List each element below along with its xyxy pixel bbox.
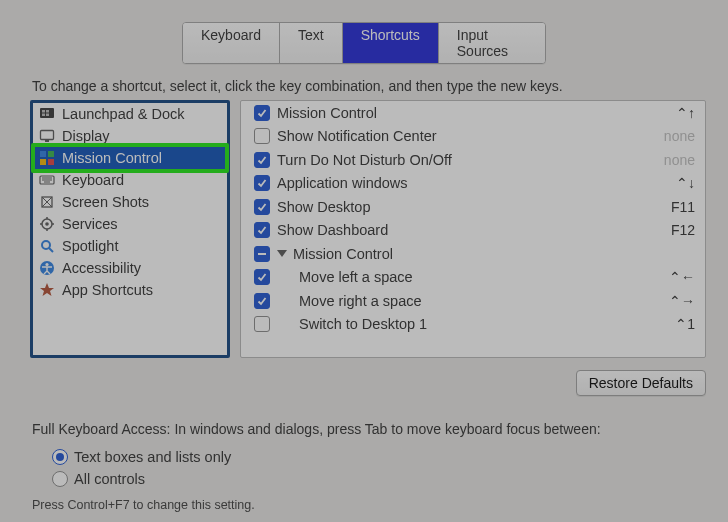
shortcut-row[interactable]: Mission Control⌃↑ (241, 101, 705, 125)
radio-text-boxes[interactable] (52, 449, 68, 465)
shortcut-checkbox[interactable] (247, 199, 277, 215)
shortcut-label-text: Move left a space (299, 269, 413, 285)
category-list[interactable]: Launchpad & DockDisplayMission ControlKe… (33, 103, 227, 355)
shortcut-checkbox[interactable] (247, 246, 277, 262)
shortcut-label: Show Desktop (277, 199, 625, 215)
category-item-display[interactable]: Display (33, 125, 227, 147)
shortcut-key[interactable]: ⌃↓ (625, 175, 695, 191)
shortcut-key[interactable]: ⌃← (625, 269, 695, 285)
category-item-label: Display (62, 128, 110, 144)
mission-control-icon (39, 150, 55, 166)
shortcut-checkbox[interactable] (247, 175, 277, 191)
shortcut-label-text: Move right a space (299, 293, 422, 309)
shortcuts-area: Launchpad & DockDisplayMission ControlKe… (30, 100, 706, 358)
shortcut-label-text: Mission Control (277, 105, 377, 121)
category-item-services[interactable]: Services (33, 213, 227, 235)
svg-rect-9 (40, 159, 46, 165)
shortcut-checkbox[interactable] (247, 105, 277, 121)
shortcut-key[interactable]: none (625, 152, 695, 168)
category-item-spotlight[interactable]: Spotlight (33, 235, 227, 257)
category-item-accessibility[interactable]: Accessibility (33, 257, 227, 279)
svg-rect-6 (45, 140, 49, 142)
radio-all-controls-row[interactable]: All controls (52, 468, 231, 490)
keyboard-icon (39, 172, 55, 188)
shortcut-row[interactable]: Show Notification Centernone (241, 125, 705, 149)
shortcut-checkbox[interactable] (247, 152, 277, 168)
shortcut-label-text: Show Desktop (277, 199, 371, 215)
svg-rect-8 (48, 151, 54, 157)
shortcut-key[interactable]: none (625, 128, 695, 144)
svg-rect-7 (40, 151, 46, 157)
shortcut-label: Move right a space (277, 293, 625, 309)
shortcut-key[interactable]: F11 (625, 199, 695, 215)
services-icon (39, 216, 55, 232)
svg-rect-2 (46, 110, 49, 113)
shortcut-key[interactable]: ⌃↑ (625, 105, 695, 121)
full-keyboard-access-label: Full Keyboard Access: In windows and dia… (32, 421, 601, 437)
category-item-launchpad[interactable]: Launchpad & Dock (33, 103, 227, 125)
tab-input-sources[interactable]: Input Sources (439, 23, 545, 63)
shortcut-row[interactable]: Turn Do Not Disturb On/Offnone (241, 148, 705, 172)
disclosure-triangle-icon[interactable] (277, 250, 287, 257)
category-item-label: Launchpad & Dock (62, 106, 185, 122)
tab-text[interactable]: Text (280, 23, 343, 63)
shortcut-key[interactable]: ⌃→ (625, 293, 695, 309)
radio-all-controls-label: All controls (74, 471, 145, 487)
shortcut-label-text: Mission Control (293, 246, 393, 262)
svg-line-25 (49, 248, 53, 252)
control-f7-hint: Press Control+F7 to change this setting. (32, 498, 255, 512)
spotlight-icon (39, 238, 55, 254)
shortcut-row[interactable]: Move right a space⌃→ (241, 289, 705, 313)
category-item-app-shortcuts[interactable]: App Shortcuts (33, 279, 227, 301)
shortcut-checkbox[interactable] (247, 269, 277, 285)
shortcut-row[interactable]: Show DashboardF12 (241, 219, 705, 243)
shortcut-checkbox[interactable] (247, 293, 277, 309)
svg-rect-10 (48, 159, 54, 165)
shortcut-label: Mission Control (277, 105, 625, 121)
keyboard-shortcuts-pane: Keyboard Text Shortcuts Input Sources To… (0, 0, 728, 522)
tab-shortcuts[interactable]: Shortcuts (343, 23, 439, 63)
radio-text-boxes-row[interactable]: Text boxes and lists only (52, 446, 231, 468)
svg-point-19 (45, 222, 49, 226)
shortcut-checkbox[interactable] (247, 316, 277, 332)
shortcut-list[interactable]: Mission Control⌃↑Show Notification Cente… (240, 100, 706, 358)
shortcut-label: Turn Do Not Disturb On/Off (277, 152, 625, 168)
svg-rect-3 (42, 114, 45, 117)
shortcut-label-text: Application windows (277, 175, 408, 191)
shortcut-checkbox[interactable] (247, 222, 277, 238)
shortcut-label: Switch to Desktop 1 (277, 316, 625, 332)
shortcut-row[interactable]: Switch to Desktop 1⌃1 (241, 313, 705, 337)
shortcut-label: Application windows (277, 175, 625, 191)
launchpad-icon (39, 106, 55, 122)
category-item-label: App Shortcuts (62, 282, 153, 298)
category-item-mission-control[interactable]: Mission Control (33, 147, 227, 169)
shortcut-label-text: Turn Do Not Disturb On/Off (277, 152, 452, 168)
shortcut-label-text: Show Dashboard (277, 222, 388, 238)
category-item-screenshots[interactable]: Screen Shots (33, 191, 227, 213)
app-shortcuts-icon (39, 282, 55, 298)
shortcut-key[interactable]: F12 (625, 222, 695, 238)
shortcut-checkbox[interactable] (247, 128, 277, 144)
shortcut-key[interactable]: ⌃1 (625, 316, 695, 332)
instruction-text: To change a shortcut, select it, click t… (32, 78, 563, 94)
shortcut-row[interactable]: Application windows⌃↓ (241, 172, 705, 196)
radio-all-controls[interactable] (52, 471, 68, 487)
shortcut-row[interactable]: Mission Control (241, 242, 705, 266)
tab-keyboard[interactable]: Keyboard (183, 23, 280, 63)
category-item-label: Mission Control (62, 150, 162, 166)
radio-text-boxes-label: Text boxes and lists only (74, 449, 231, 465)
category-item-label: Accessibility (62, 260, 141, 276)
restore-defaults-button[interactable]: Restore Defaults (576, 370, 706, 396)
svg-rect-5 (41, 131, 54, 140)
category-item-keyboard[interactable]: Keyboard (33, 169, 227, 191)
shortcut-row[interactable]: Move left a space⌃← (241, 266, 705, 290)
prefs-tabs: Keyboard Text Shortcuts Input Sources (182, 22, 546, 64)
display-icon (39, 128, 55, 144)
shortcut-row[interactable]: Show DesktopF11 (241, 195, 705, 219)
shortcut-label: Move left a space (277, 269, 625, 285)
accessibility-icon (39, 260, 55, 276)
svg-marker-28 (40, 283, 54, 296)
svg-point-27 (45, 263, 48, 266)
shortcut-label: Show Dashboard (277, 222, 625, 238)
shortcut-label: Mission Control (277, 246, 625, 262)
